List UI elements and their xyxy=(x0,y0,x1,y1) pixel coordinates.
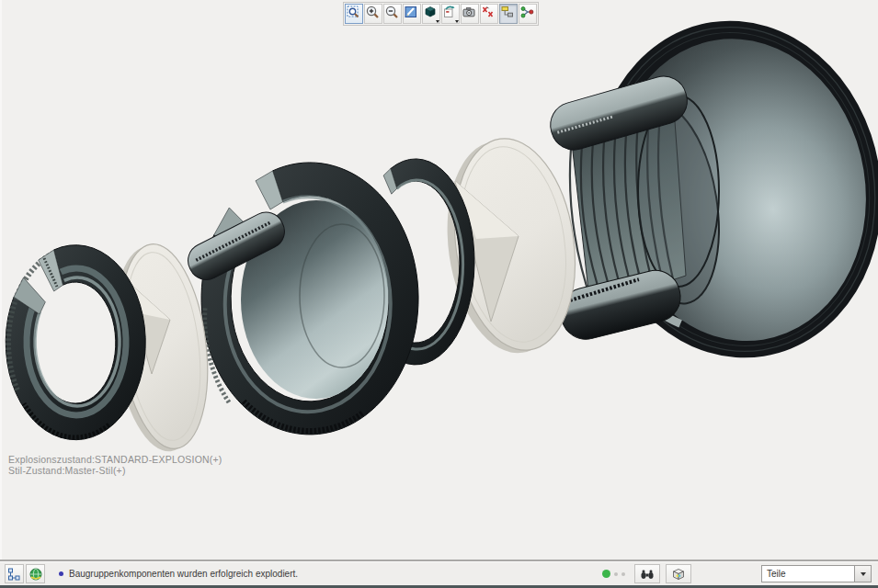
repaint-button[interactable] xyxy=(403,4,421,24)
cad-window: Explosionszustand:STANDARD-EXPLOSION(+) … xyxy=(0,0,878,588)
browser-toggle-button[interactable] xyxy=(26,564,45,583)
view-manager-button[interactable] xyxy=(441,4,460,24)
browser-globe-icon xyxy=(29,567,43,582)
status-message: Baugruppenkomponenten wurden erfolgreich… xyxy=(59,562,298,585)
snapshot-button[interactable] xyxy=(461,4,479,24)
regeneration-indicator xyxy=(602,562,625,585)
zoom-out-icon xyxy=(384,5,399,19)
saved-views-button[interactable] xyxy=(422,4,440,24)
zoom-in-icon xyxy=(365,5,380,19)
camera-icon xyxy=(462,5,476,19)
zoom-selection-button[interactable] xyxy=(345,4,363,24)
view-manager-icon xyxy=(442,5,457,19)
message-bullet-icon xyxy=(59,571,63,576)
view-toolbar xyxy=(343,2,539,26)
indicator-dot xyxy=(621,572,625,576)
explosion-state-label: Explosionszustand:STANDARD-EXPLOSION(+) xyxy=(8,454,222,465)
dropdown-arrow-icon xyxy=(455,20,459,23)
connections-icon xyxy=(519,5,534,19)
binoculars-icon xyxy=(640,567,655,582)
model-tree-toggle-button[interactable] xyxy=(5,564,24,583)
zoom-selection-icon xyxy=(346,5,360,19)
explode-icon xyxy=(500,5,515,19)
style-state-label: Stil-Zustand:Master-Stil(+) xyxy=(8,465,222,476)
part-horn-bell[interactable] xyxy=(545,0,878,379)
filter-box-button[interactable] xyxy=(666,564,691,583)
view-cube-icon xyxy=(423,5,438,19)
selection-filter-value: Teile xyxy=(762,566,854,582)
model-tree-icon xyxy=(7,567,22,582)
connections-button[interactable] xyxy=(519,4,537,24)
dropdown-button[interactable] xyxy=(854,566,871,582)
zoom-out-button[interactable] xyxy=(383,4,402,24)
selection-filter-dropdown[interactable]: Teile xyxy=(761,565,872,582)
view-state-overlay: Explosionszustand:STANDARD-EXPLOSION(+) … xyxy=(8,454,222,476)
filter-cube-icon xyxy=(671,567,686,582)
3d-viewport[interactable]: Explosionszustand:STANDARD-EXPLOSION(+) … xyxy=(0,0,878,560)
indicator-dot-active xyxy=(602,570,610,578)
datum-display-button[interactable] xyxy=(480,4,498,24)
chevron-down-icon xyxy=(861,572,866,576)
dropdown-arrow-icon xyxy=(436,20,439,23)
repaint-icon xyxy=(404,5,418,19)
datum-filter-icon xyxy=(481,5,496,19)
status-bar: Baugruppenkomponenten wurden erfolgreich… xyxy=(0,562,878,585)
indicator-dot xyxy=(614,572,618,576)
find-button[interactable] xyxy=(634,564,660,583)
status-message-text: Baugruppenkomponenten wurden erfolgreich… xyxy=(69,569,298,579)
zoom-in-button[interactable] xyxy=(364,4,382,24)
part-threaded-ring-small[interactable] xyxy=(6,245,145,440)
explode-toggle-button[interactable] xyxy=(499,4,518,24)
part-threaded-ring-large[interactable] xyxy=(182,163,418,435)
